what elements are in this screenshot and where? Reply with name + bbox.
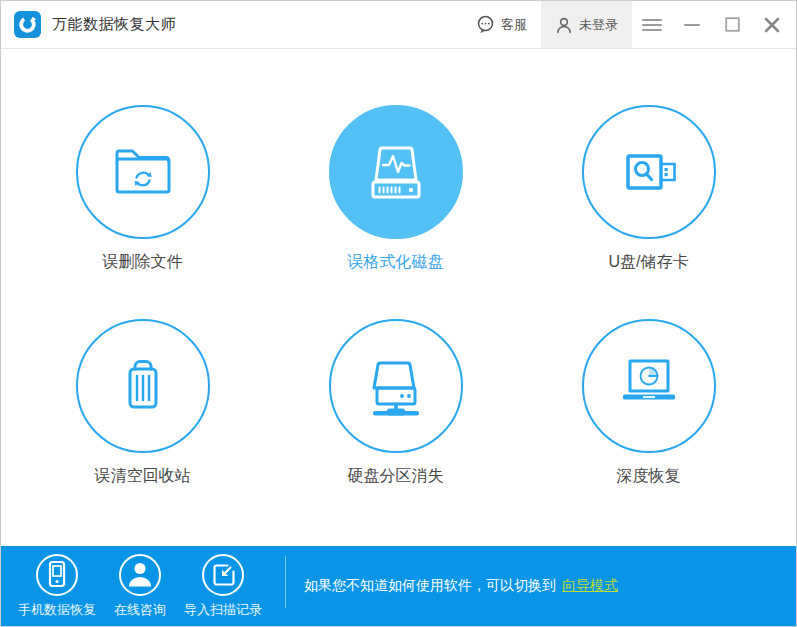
mode-label: 硬盘分区消失: [348, 466, 444, 487]
mode-circle: [329, 319, 463, 453]
footer-action-label: 导入扫描记录: [184, 601, 262, 619]
mode-circle: [76, 105, 210, 239]
minimize-icon: [684, 23, 700, 27]
app-window: 万能数据恢复大师 客服 未登录: [0, 0, 797, 627]
footer-action-label: 手机数据恢复: [18, 601, 96, 619]
maximize-icon: [725, 17, 740, 32]
mode-label: 误清空回收站: [95, 466, 191, 487]
title-bar: 万能数据恢复大师 客服 未登录: [1, 1, 796, 49]
partition-lost-icon: [356, 346, 436, 426]
user-icon: [555, 16, 573, 34]
mode-usb-storage[interactable]: U盘/储存卡: [522, 105, 775, 273]
import-scan-button[interactable]: 导入扫描记录: [175, 546, 271, 619]
recovery-mode-grid: 误删除文件 误格式化磁盘: [16, 49, 775, 487]
close-icon: [764, 17, 780, 33]
mode-label: U盘/储存卡: [609, 252, 689, 273]
login-status-button[interactable]: 未登录: [541, 1, 632, 48]
hint-text: 如果您不知道如何使用软件，可以切换到: [304, 577, 556, 595]
footer-action-label: 在线咨询: [114, 601, 166, 619]
close-button[interactable]: [752, 1, 792, 48]
mode-deep-recovery[interactable]: 深度恢复: [522, 319, 775, 487]
mode-circle: [582, 105, 716, 239]
mode-formatted-disk[interactable]: 误格式化磁盘: [269, 105, 522, 273]
page-title: 万能数据恢复大师: [52, 15, 176, 34]
usb-storage-icon: [609, 132, 689, 212]
menu-button[interactable]: [632, 1, 672, 48]
deep-recovery-icon: [609, 346, 689, 426]
phone-recovery-button[interactable]: 手机数据恢复: [9, 546, 105, 619]
maximize-button[interactable]: [712, 1, 752, 48]
minimize-button[interactable]: [672, 1, 712, 48]
mode-label: 深度恢复: [617, 466, 681, 487]
phone-recovery-icon: [34, 552, 80, 598]
mode-label: 误格式化磁盘: [348, 252, 444, 273]
mode-circle: [329, 105, 463, 239]
mode-circle: [76, 319, 210, 453]
recycle-bin-icon: [103, 346, 183, 426]
chat-bubble-icon: [476, 15, 495, 34]
mode-partition-lost[interactable]: 硬盘分区消失: [269, 319, 522, 487]
app-logo-icon: [14, 11, 41, 38]
formatted-disk-icon: [356, 132, 436, 212]
online-consult-icon: [117, 552, 163, 598]
titlebar-actions: 客服 未登录: [462, 1, 792, 48]
import-scan-icon: [200, 552, 246, 598]
online-consult-button[interactable]: 在线咨询: [105, 546, 175, 619]
wizard-mode-link[interactable]: 向导模式: [562, 577, 618, 595]
customer-service-label: 客服: [501, 16, 527, 34]
footer-divider: [285, 556, 286, 608]
hamburger-icon: [642, 18, 662, 32]
mode-recycle-bin[interactable]: 误清空回收站: [16, 319, 269, 487]
folder-recycle-icon: [103, 132, 183, 212]
mode-deleted-files[interactable]: 误删除文件: [16, 105, 269, 273]
mode-label: 误删除文件: [103, 252, 183, 273]
mode-circle: [582, 319, 716, 453]
footer-hint: 如果您不知道如何使用软件，可以切换到 向导模式: [304, 546, 618, 626]
login-status-label: 未登录: [579, 16, 618, 34]
footer-bar: 手机数据恢复 在线咨询 导入扫描记录 如果您不知道如何使用软件，可以切换到 向导…: [1, 546, 796, 626]
customer-service-button[interactable]: 客服: [462, 1, 541, 48]
